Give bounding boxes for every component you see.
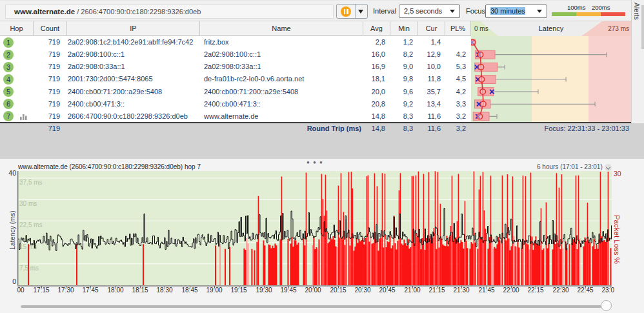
svg-text:30 ms: 30 ms <box>19 200 37 207</box>
svg-text:22,5 ms: 22,5 ms <box>19 221 43 228</box>
svg-text:7,5 ms: 7,5 ms <box>19 265 39 272</box>
svg-text:37,5 ms: 37,5 ms <box>19 179 43 186</box>
